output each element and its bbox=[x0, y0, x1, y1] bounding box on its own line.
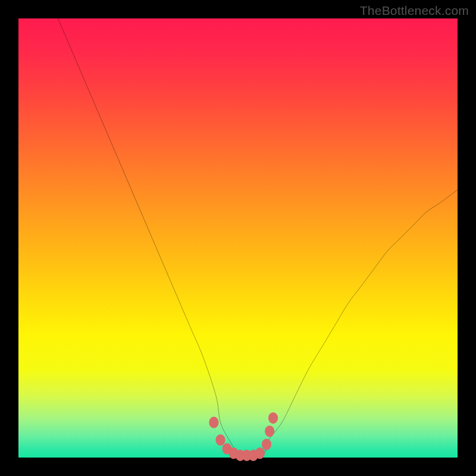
marker-dot bbox=[255, 447, 265, 459]
marker-dot bbox=[215, 434, 225, 446]
marker-dot bbox=[209, 416, 218, 428]
chart-frame: TheBottleneck.com bbox=[0, 0, 476, 476]
marker-dot bbox=[268, 412, 278, 424]
plot-area bbox=[18, 18, 458, 458]
highlight-markers bbox=[209, 412, 278, 461]
marker-dot bbox=[262, 439, 271, 450]
marker-dot bbox=[265, 425, 274, 437]
attribution-text: TheBottleneck.com bbox=[360, 4, 469, 18]
marker-layer bbox=[18, 18, 458, 458]
